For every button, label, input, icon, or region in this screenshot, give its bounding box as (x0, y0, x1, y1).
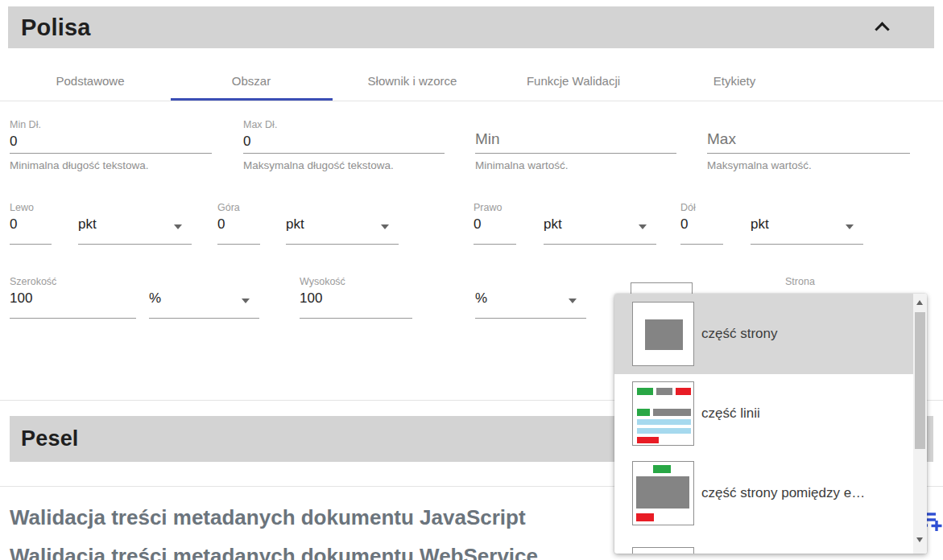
width-label: Szerokość (10, 276, 136, 289)
min-value-input[interactable]: Min (475, 129, 676, 150)
page-mode-label: Strona (785, 276, 815, 289)
max-length-input[interactable]: 0 (243, 132, 445, 151)
scrollbar-thumb[interactable] (915, 312, 925, 449)
caret-down-icon (242, 299, 250, 303)
right-margin-label: Prawo (474, 202, 516, 215)
pesel-panel-title: Pesel (10, 426, 79, 451)
width-input[interactable]: 100 (10, 289, 136, 308)
dropdown-option-label: część strony (701, 326, 777, 342)
right-margin-unit-select[interactable]: pkt (544, 215, 656, 234)
height-label: Wysokość (300, 276, 412, 289)
min-length-input[interactable]: 0 (10, 132, 212, 151)
caret-down-icon (846, 224, 854, 229)
javascript-validation-heading: Walidacja treści metadanych dokumentu Ja… (10, 505, 526, 530)
chevron-up-icon[interactable] (875, 22, 889, 36)
max-length-helper: Maksymalna długość tekstowa. (243, 159, 394, 171)
caret-down-icon (381, 224, 389, 229)
caret-down-icon (569, 299, 577, 303)
dropdown-option-czesc-strony[interactable]: część strony (614, 294, 913, 374)
top-margin-unit-select[interactable]: pkt (286, 215, 399, 234)
validation-config-page: Polisa Podstawowe Obszar Słownik i wzorc… (0, 0, 943, 560)
page-mode-dropdown: część strony część linii część strony p (614, 294, 927, 554)
polisa-panel-header[interactable]: Polisa (8, 6, 934, 48)
left-margin-unit-select[interactable]: pkt (78, 215, 192, 234)
bottom-margin-label: Dół (680, 202, 723, 215)
min-value-helper: Minimalna wartość. (475, 159, 569, 171)
min-length-field: Min Dł. 0 Minimalna długość tekstowa. (10, 119, 212, 151)
tab-etykiety[interactable]: Etykiety (654, 69, 815, 93)
width-field: Szerokość 100 (10, 276, 136, 308)
page-mode-field: Strona (785, 276, 815, 289)
partial-thumbnail-icon (632, 547, 694, 554)
tab-slownik-i-wzorce[interactable]: Słownik i wzorce (332, 69, 493, 93)
webservice-validation-heading: Walidacja treści metadanych dokumentu We… (10, 544, 538, 560)
max-length-label: Max Dł. (243, 119, 445, 132)
height-field: Wysokość 100 (300, 276, 412, 308)
tab-podstawowe[interactable]: Podstawowe (10, 69, 171, 93)
dropdown-scrollbar[interactable] (913, 294, 927, 554)
max-value-input[interactable]: Max (707, 129, 910, 150)
right-margin-field: Prawo 0 (474, 202, 516, 234)
dropdown-option-czesc-linii[interactable]: część linii (614, 374, 913, 453)
max-value-helper: Maksymalna wartość. (707, 159, 812, 171)
dropdown-option-czesc-strony-pomiedzy[interactable]: część strony pomiędzy e… (614, 453, 913, 533)
scroll-up-icon[interactable] (916, 300, 923, 305)
tabs-divider (0, 101, 943, 101)
top-margin-input[interactable]: 0 (217, 215, 260, 234)
left-margin-field: Lewo 0 (10, 202, 52, 234)
caret-down-icon (639, 224, 647, 229)
tab-funkcje-walidacji[interactable]: Funkcje Walidacji (493, 69, 654, 93)
polisa-panel-title: Polisa (8, 14, 91, 41)
tab-bar: Podstawowe Obszar Słownik i wzorce Funkc… (10, 69, 815, 93)
left-margin-input[interactable]: 0 (10, 215, 52, 234)
line-fragment-thumbnail-icon (632, 381, 694, 446)
dropdown-option-label: część linii (701, 406, 760, 422)
height-input[interactable]: 100 (300, 289, 412, 308)
dropdown-option-partial[interactable] (614, 533, 913, 554)
dropdown-option-label: część strony pomiędzy e… (701, 485, 865, 501)
min-length-label: Min Dł. (10, 119, 212, 132)
bottom-margin-field: Dół 0 (680, 202, 723, 234)
min-length-helper: Minimalna długość tekstowa. (10, 159, 149, 171)
top-margin-label: Góra (217, 202, 260, 215)
caret-down-icon (174, 224, 182, 229)
tab-obszar[interactable]: Obszar (171, 69, 332, 93)
bottom-margin-unit-select[interactable]: pkt (751, 215, 863, 234)
min-value-field: Min Minimalna wartość. (475, 129, 676, 150)
page-fragment-thumbnail-icon (632, 302, 694, 366)
max-value-field: Max Maksymalna wartość. (707, 129, 910, 150)
left-margin-label: Lewo (10, 202, 52, 215)
page-between-thumbnail-icon (632, 461, 694, 525)
top-margin-field: Góra 0 (217, 202, 260, 234)
max-length-field: Max Dł. 0 Maksymalna długość tekstowa. (243, 119, 445, 151)
scroll-down-icon[interactable] (916, 537, 923, 542)
height-unit-select[interactable]: % (475, 289, 586, 308)
right-margin-input[interactable]: 0 (474, 215, 516, 234)
bottom-margin-input[interactable]: 0 (680, 215, 723, 234)
width-unit-select[interactable]: % (149, 289, 259, 308)
